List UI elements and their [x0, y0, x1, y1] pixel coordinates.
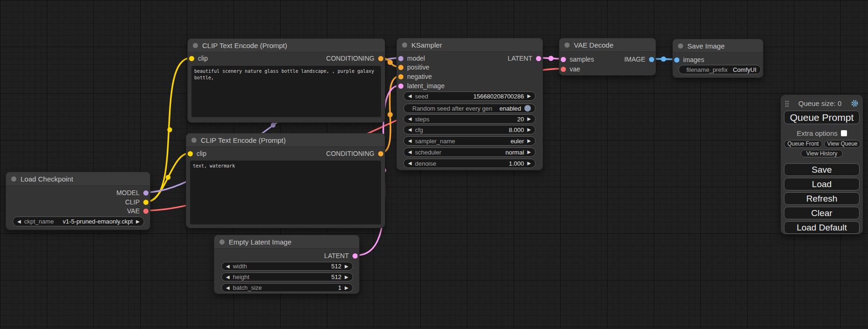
increment-arrow-icon[interactable]: ▶ [345, 286, 348, 290]
clip-output-port[interactable] [143, 200, 148, 205]
image-output-port[interactable] [649, 57, 654, 62]
decrement-arrow-icon[interactable]: ◀ [226, 264, 230, 269]
negative-input-port[interactable] [398, 74, 403, 79]
decrement-arrow-icon[interactable]: ◀ [408, 94, 412, 98]
vae-input-port[interactable] [561, 67, 566, 72]
increment-arrow-icon[interactable]: ▶ [527, 161, 531, 166]
latent-output-port[interactable] [353, 253, 358, 259]
link-dot[interactable] [167, 127, 172, 132]
node-save-image[interactable]: Save Image images filename_prefix ComfyU… [672, 39, 763, 78]
positive-input-port[interactable] [398, 65, 403, 70]
ckpt-name-widget[interactable]: ◀ ckpt_name v1-5-pruned-emaonly.ckpt ▶ [13, 217, 144, 226]
scheduler-widget[interactable]: ◀ scheduler normal ▶ [403, 147, 536, 157]
denoise-widget[interactable]: ◀ denoise 1.000 ▶ [403, 159, 536, 168]
node-title-bar[interactable]: VAE Decode [559, 38, 656, 52]
node-title-bar[interactable]: CLIP Text Encode (Prompt) [186, 133, 385, 147]
extra-options-checkbox[interactable] [841, 130, 847, 136]
width-widget[interactable]: ◀ width 512 ▶ [221, 262, 353, 271]
output-slot-vae: VAE [6, 206, 150, 216]
images-input-port[interactable] [674, 57, 679, 63]
decrement-arrow-icon[interactable]: ◀ [408, 150, 412, 154]
view-history-button[interactable]: View History [801, 150, 843, 157]
batch-size-widget[interactable]: ◀ batch_size 1 ▶ [221, 283, 353, 292]
decrement-arrow-icon[interactable]: ◀ [408, 127, 412, 132]
refresh-button[interactable]: Refresh [784, 192, 860, 205]
conditioning-output-port[interactable] [378, 151, 383, 156]
save-button[interactable]: Save [784, 163, 860, 176]
increment-arrow-icon[interactable]: ▶ [345, 264, 348, 269]
node-title-bar[interactable]: Empty Latent Image [214, 235, 359, 249]
increment-arrow-icon[interactable]: ▶ [527, 127, 531, 132]
decrement-arrow-icon[interactable]: ◀ [17, 219, 21, 224]
load-default-button[interactable]: Load Default [784, 221, 860, 234]
prompt-textarea[interactable]: text, watermark [190, 161, 381, 224]
clear-button[interactable]: Clear [784, 207, 860, 219]
decrement-arrow-icon[interactable]: ◀ [408, 117, 412, 121]
decrement-arrow-icon[interactable]: ◀ [226, 275, 230, 280]
collapse-dot-icon[interactable] [193, 43, 198, 48]
latent-image-input-port[interactable] [398, 84, 403, 89]
increment-arrow-icon[interactable]: ▶ [136, 219, 140, 224]
node-empty-latent-image[interactable]: Empty Latent Image LATENT ◀ width 512 ▶ … [214, 235, 360, 294]
view-queue-button[interactable]: View Queue [824, 140, 861, 148]
node-title-bar[interactable]: CLIP Text Encode (Prompt) [188, 39, 385, 52]
node-vae-decode[interactable]: VAE Decode samples IMAGE vae [559, 38, 656, 76]
samples-input-port[interactable] [561, 57, 566, 62]
link-dot[interactable] [166, 175, 170, 180]
clip-input-port[interactable] [189, 56, 194, 61]
link-dot[interactable] [271, 123, 275, 127]
filename-prefix-widget[interactable]: filename_prefix ComfyUI [678, 65, 761, 74]
collapse-dot-icon[interactable] [219, 239, 225, 245]
node-title: KSampler [411, 41, 442, 49]
toggle-icon[interactable] [524, 105, 531, 112]
collapse-dot-icon[interactable] [191, 138, 197, 143]
vae-output-port[interactable] [143, 209, 148, 214]
node-load-checkpoint[interactable]: Load Checkpoint MODEL CLIP VAE ◀ ckpt_na… [6, 172, 150, 230]
sampler-name-widget[interactable]: ◀ sampler_name euler ▶ [403, 136, 536, 146]
node-ksampler[interactable]: KSampler model LATENT positive negative … [396, 38, 543, 170]
increment-arrow-icon[interactable]: ▶ [527, 150, 531, 154]
queue-front-button[interactable]: Queue Front [784, 140, 822, 148]
link-dot[interactable] [661, 56, 666, 62]
slot-row: model LATENT [397, 54, 543, 63]
node-clip-text-encode-negative[interactable]: CLIP Text Encode (Prompt) clip CONDITION… [186, 133, 385, 228]
prompt-textarea[interactable]: beautiful scenery nature glass bottle la… [191, 66, 381, 117]
collapse-dot-icon[interactable] [678, 43, 683, 49]
steps-widget[interactable]: ◀ steps 20 ▶ [403, 114, 536, 124]
collapse-dot-icon[interactable] [565, 42, 570, 48]
cfg-widget[interactable]: ◀ cfg 8.000 ▶ [403, 125, 536, 134]
load-button[interactable]: Load [784, 178, 860, 190]
collapse-dot-icon[interactable] [402, 42, 407, 48]
clip-input-port[interactable] [188, 151, 193, 156]
increment-arrow-icon[interactable]: ▶ [527, 139, 531, 143]
output-slot-model: MODEL [6, 188, 150, 197]
node-title: CLIP Text Encode (Prompt) [202, 42, 287, 49]
random-seed-widget[interactable]: Random seed after every gen enabled [403, 104, 536, 113]
widget-value[interactable]: v1-5-pruned-emaonly.ckpt [63, 218, 133, 225]
increment-arrow-icon[interactable]: ▶ [527, 117, 531, 121]
node-clip-text-encode-positive[interactable]: CLIP Text Encode (Prompt) clip CONDITION… [187, 38, 385, 123]
comfyui-canvas[interactable]: { "colors": { "model": "#B39DDB", "clip"… [0, 0, 868, 329]
increment-arrow-icon[interactable]: ▶ [345, 275, 348, 280]
queue-prompt-button[interactable]: Queue Prompt [784, 111, 860, 124]
increment-arrow-icon[interactable]: ▶ [527, 94, 531, 98]
model-input-port[interactable] [398, 56, 403, 61]
link-dot[interactable] [548, 56, 553, 61]
model-output-port[interactable] [143, 190, 148, 196]
conditioning-output-port[interactable] [378, 56, 383, 61]
node-title: CLIP Text Encode (Prompt) [201, 136, 286, 144]
seed-widget[interactable]: ◀ seed 156680208700286 ▶ [403, 91, 536, 101]
collapse-dot-icon[interactable] [11, 176, 16, 182]
link-dot[interactable] [388, 60, 393, 65]
drag-handle-icon[interactable] [785, 100, 789, 107]
node-title-bar[interactable]: Load Checkpoint [6, 172, 150, 186]
link-dot[interactable] [388, 112, 393, 117]
decrement-arrow-icon[interactable]: ◀ [408, 139, 412, 143]
latent-output-port[interactable] [536, 56, 541, 61]
height-widget[interactable]: ◀ height 512 ▶ [221, 273, 353, 281]
decrement-arrow-icon[interactable]: ◀ [226, 286, 230, 290]
decrement-arrow-icon[interactable]: ◀ [408, 161, 412, 166]
node-title-bar[interactable]: KSampler [397, 38, 543, 52]
settings-gear-icon[interactable] [851, 99, 859, 107]
node-title-bar[interactable]: Save Image [673, 39, 763, 53]
